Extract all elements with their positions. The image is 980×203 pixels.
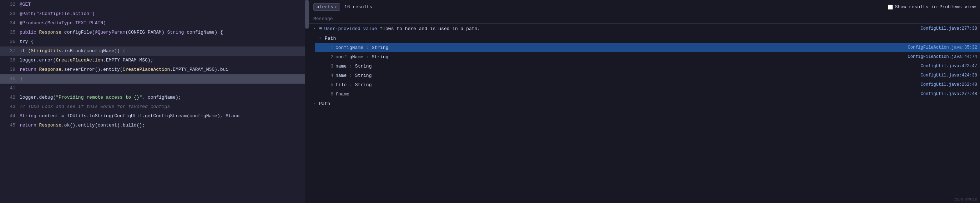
token: // TODO Look and see if this works for f… [20,104,170,109]
result-count: 16 results [344,4,372,10]
result-row-3[interactable]: 3 name : String ConfigUtil.java:422:47 [315,61,980,71]
group-row-path2[interactable]: ▸ Path [309,99,980,109]
token: .EMPTY_PARAM_MSG).bui [170,67,228,72]
result-row-4[interactable]: 4 name : String ConfigUtil.java:424:38 [315,71,980,80]
expand-icon-path2: ▸ [312,101,317,106]
code-line-38: 38 logger.error(CreatePlaceAction.EMPTY_… [0,56,309,65]
line-number-35: 35 [0,28,20,37]
panel-header: alerts ▾ 16 results Show results in Prob… [309,0,980,14]
code-line-41: 41 [0,84,309,93]
code-lines: 32@GET33@Path("/ConfigFile.action")34@Pr… [0,0,309,130]
scrollbar-thumb[interactable] [305,0,309,29]
code-line-33: 33@Path("/ConfigFile.action") [0,9,309,19]
row-content-6: fname [336,91,919,97]
show-problems-checkbox-wrapper: Show results in Problems view [888,4,976,10]
row-location-2: ConfigFileAction.java:44:74 [908,54,977,59]
watermark: CSDN @m01e [954,197,977,201]
line-content-43: // TODO Look and see if this works for f… [20,102,309,112]
line-content-40: } [20,74,309,84]
token: .isBlank(configName)) { [61,48,125,54]
line-number-41: 41 [0,84,20,93]
sub-group-row-path[interactable]: ▾ Path [315,34,980,43]
alerts-label: alerts [317,4,333,10]
row-num-6: 6 [326,91,333,97]
token: public [20,30,39,35]
line-number-40: 40 [0,74,20,84]
row-num-3: 3 [326,64,333,69]
var-name-3: name [336,64,347,69]
type-val-2: String [372,54,388,60]
code-line-42: 42 logger.debug("Providing remote access… [0,93,309,102]
result-row-2[interactable]: 2 configName : String ConfigFileAction.j… [315,52,980,61]
result-row-1[interactable]: 1 configName : String ConfigFileAction.j… [315,43,980,52]
result-group-flow: ▾ ≡ User-provided value flows to here an… [309,24,980,99]
result-row-6[interactable]: 6 fname ConfigUtil.java:277:48 [315,90,980,99]
line-number-33: 33 [0,9,20,19]
show-problems-label: Show results in Problems view [895,4,976,10]
line-number-45: 45 [0,121,20,130]
type-sep-4: : [347,73,355,78]
alerts-dropdown[interactable]: alerts ▾ [313,3,340,11]
group-row-flow[interactable]: ▾ ≡ User-provided value flows to here an… [309,24,980,34]
show-problems-checkbox[interactable] [888,5,893,10]
code-line-35: 35public Response configFile(@QueryParam… [0,28,309,37]
code-line-43: 43 // TODO Look and see if this works fo… [0,102,309,112]
editor-scrollbar[interactable] [305,0,309,203]
code-line-45: 45 return Response.ok().entity(content).… [0,121,309,130]
token: return [20,123,39,128]
line-content-39: return Response.serverError().entity(Cre… [20,65,309,74]
dropdown-arrow: ▾ [335,5,337,9]
code-line-39: 39 return Response.serverError().entity(… [0,65,309,74]
line-content-37: if (StringUtils.isBlank(configName)) { [20,46,309,56]
code-line-34: 34@Produces(MediaType.TEXT_PLAIN) [0,19,309,28]
type-val-3: String [355,64,372,69]
expand-icon-path: ▾ [318,36,323,40]
type-sep-1: : [363,45,372,50]
line-number-42: 42 [0,93,20,102]
token: String [167,30,187,35]
var-name-6: fname [336,91,349,97]
row-location-1: ConfigFileAction.java:35:32 [908,45,977,50]
group-location-flow: ConfigUtil.java:277:38 [921,26,977,31]
token: .EMPTY_PARAM_MSG); [103,58,153,63]
type-sep-5: : [347,82,355,88]
line-content-33: @Path("/ConfigFile.action") [20,9,309,19]
var-name-5: file [336,82,347,88]
group-label-plain: flows to here and is used in a path. [380,26,480,32]
token: .ok().entity(content).build(); [61,123,145,128]
line-number-39: 39 [0,65,20,74]
row-content-3: name : String [336,64,919,69]
token: content = IOUtils.toString(ConfigUtil.ge… [39,113,240,119]
result-row-5[interactable]: 5 file : String ConfigUtil.java:262:40 [315,80,980,90]
line-number-37: 37 [0,46,20,56]
var-name-4: name [336,73,347,78]
row-location-6: ConfigUtil.java:277:48 [921,91,977,96]
line-content-38: logger.error(CreatePlaceAction.EMPTY_PAR… [20,56,309,65]
token: Response [39,123,61,128]
token: } [20,76,22,82]
token: CreatePlaceAction [56,58,103,63]
token: logger.debug( [20,95,56,100]
token: if ( [20,48,31,54]
code-line-40: 40 } [0,74,309,84]
row-location-4: ConfigUtil.java:424:38 [921,73,977,78]
list-icon-flow: ≡ [319,26,322,32]
sub-group-path: ▾ Path 1 configName : String ConfigFileA… [315,34,980,99]
var-name-2: configName [336,54,363,60]
token: String [20,113,39,119]
line-content-45: return Response.ok().entity(content).bui… [20,121,309,130]
code-line-44: 44 String content = IOUtils.toString(Con… [0,112,309,121]
results-table[interactable]: ▾ ≡ User-provided value flows to here an… [309,24,980,203]
result-group-path2: ▸ Path [309,99,980,109]
var-name-1: configName [336,45,363,50]
type-sep-3: : [347,64,355,69]
group-label-flow: User-provided value flows to here and is… [324,26,480,32]
group-label-path2: Path [319,101,330,107]
token: Response [39,30,64,35]
code-line-32: 32@GET [0,0,309,9]
line-content-44: String content = IOUtils.toString(Config… [20,112,309,121]
line-number-44: 44 [0,112,20,121]
line-number-34: 34 [0,19,20,28]
line-number-38: 38 [0,56,20,65]
token: StringUtils [31,48,61,54]
